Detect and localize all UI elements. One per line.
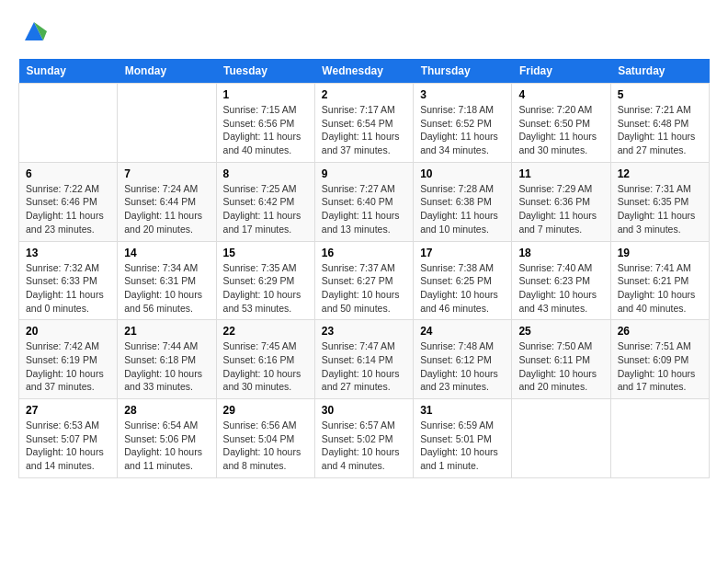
day-number: 18 [518, 247, 603, 259]
day-info: Sunrise: 7:27 AMSunset: 6:40 PMDaylight:… [322, 182, 406, 236]
day-number: 15 [223, 247, 308, 259]
day-number: 11 [518, 167, 603, 180]
day-cell [118, 84, 216, 163]
day-cell: 1Sunrise: 7:15 AMSunset: 6:56 PMDaylight… [216, 84, 314, 163]
col-header-wednesday: Wednesday [314, 59, 413, 84]
logo [18, 18, 47, 44]
day-info: Sunrise: 7:29 AMSunset: 6:36 PMDaylight:… [518, 182, 603, 236]
day-info: Sunrise: 7:32 AMSunset: 6:33 PMDaylight:… [26, 261, 110, 316]
day-info: Sunrise: 6:56 AMSunset: 5:04 PMDaylight:… [223, 419, 308, 473]
day-info: Sunrise: 7:15 AMSunset: 6:56 PMDaylight:… [223, 103, 308, 157]
day-number: 27 [26, 404, 110, 417]
day-cell [19, 84, 118, 163]
day-number: 5 [618, 88, 702, 101]
day-info: Sunrise: 7:51 AMSunset: 6:09 PMDaylight:… [618, 339, 702, 394]
col-header-tuesday: Tuesday [216, 59, 314, 84]
week-row-1: 1Sunrise: 7:15 AMSunset: 6:56 PMDaylight… [19, 84, 710, 163]
day-number: 19 [618, 247, 702, 259]
day-cell: 4Sunrise: 7:20 AMSunset: 6:50 PMDaylight… [512, 84, 610, 163]
day-info: Sunrise: 7:17 AMSunset: 6:54 PMDaylight:… [322, 103, 406, 157]
day-cell: 17Sunrise: 7:38 AMSunset: 6:25 PMDayligh… [414, 241, 512, 320]
week-row-3: 13Sunrise: 7:32 AMSunset: 6:33 PMDayligh… [19, 241, 710, 320]
day-cell: 30Sunrise: 6:57 AMSunset: 5:02 PMDayligh… [314, 399, 413, 478]
header-row: SundayMondayTuesdayWednesdayThursdayFrid… [19, 59, 710, 84]
day-cell: 7Sunrise: 7:24 AMSunset: 6:44 PMDaylight… [118, 162, 216, 241]
day-info: Sunrise: 7:24 AMSunset: 6:44 PMDaylight:… [124, 182, 209, 236]
day-cell: 8Sunrise: 7:25 AMSunset: 6:42 PMDaylight… [216, 162, 314, 241]
day-number: 24 [420, 325, 505, 338]
day-info: Sunrise: 7:40 AMSunset: 6:23 PMDaylight:… [518, 261, 603, 316]
week-row-4: 20Sunrise: 7:42 AMSunset: 6:19 PMDayligh… [19, 320, 710, 399]
day-info: Sunrise: 7:45 AMSunset: 6:16 PMDaylight:… [223, 339, 308, 394]
calendar-table: SundayMondayTuesdayWednesdayThursdayFrid… [18, 59, 710, 478]
day-number: 25 [518, 325, 603, 338]
day-cell: 19Sunrise: 7:41 AMSunset: 6:21 PMDayligh… [610, 241, 709, 320]
col-header-friday: Friday [512, 59, 610, 84]
day-number: 8 [223, 167, 308, 180]
day-cell: 14Sunrise: 7:34 AMSunset: 6:31 PMDayligh… [118, 241, 216, 320]
day-number: 6 [26, 167, 110, 180]
day-number: 16 [322, 247, 406, 259]
day-cell: 11Sunrise: 7:29 AMSunset: 6:36 PMDayligh… [512, 162, 610, 241]
day-number: 3 [420, 88, 505, 101]
day-number: 21 [124, 325, 209, 338]
day-info: Sunrise: 7:42 AMSunset: 6:19 PMDaylight:… [26, 339, 110, 394]
day-number: 12 [618, 167, 702, 180]
day-number: 29 [223, 404, 308, 417]
day-cell: 9Sunrise: 7:27 AMSunset: 6:40 PMDaylight… [314, 162, 413, 241]
day-info: Sunrise: 6:53 AMSunset: 5:07 PMDaylight:… [26, 419, 110, 473]
page-header [18, 18, 710, 44]
day-number: 9 [322, 167, 406, 180]
week-row-2: 6Sunrise: 7:22 AMSunset: 6:46 PMDaylight… [19, 162, 710, 241]
day-cell: 15Sunrise: 7:35 AMSunset: 6:29 PMDayligh… [216, 241, 314, 320]
day-cell: 28Sunrise: 6:54 AMSunset: 5:06 PMDayligh… [118, 399, 216, 478]
day-cell: 23Sunrise: 7:47 AMSunset: 6:14 PMDayligh… [314, 320, 413, 399]
day-cell: 26Sunrise: 7:51 AMSunset: 6:09 PMDayligh… [610, 320, 709, 399]
day-cell: 22Sunrise: 7:45 AMSunset: 6:16 PMDayligh… [216, 320, 314, 399]
logo-icon [21, 18, 47, 44]
day-info: Sunrise: 6:57 AMSunset: 5:02 PMDaylight:… [322, 419, 406, 473]
day-number: 31 [420, 404, 505, 417]
day-cell [512, 399, 610, 478]
day-info: Sunrise: 7:28 AMSunset: 6:38 PMDaylight:… [420, 182, 505, 236]
col-header-monday: Monday [118, 59, 216, 84]
day-number: 13 [26, 247, 110, 259]
day-info: Sunrise: 7:48 AMSunset: 6:12 PMDaylight:… [420, 339, 505, 394]
day-info: Sunrise: 7:50 AMSunset: 6:11 PMDaylight:… [518, 339, 603, 394]
day-number: 23 [322, 325, 406, 338]
day-number: 1 [223, 88, 308, 101]
day-info: Sunrise: 7:41 AMSunset: 6:21 PMDaylight:… [618, 261, 702, 316]
day-cell: 25Sunrise: 7:50 AMSunset: 6:11 PMDayligh… [512, 320, 610, 399]
day-info: Sunrise: 7:47 AMSunset: 6:14 PMDaylight:… [322, 339, 406, 394]
day-info: Sunrise: 7:38 AMSunset: 6:25 PMDaylight:… [420, 261, 505, 316]
day-info: Sunrise: 7:21 AMSunset: 6:48 PMDaylight:… [618, 103, 702, 157]
day-number: 20 [26, 325, 110, 338]
day-cell: 27Sunrise: 6:53 AMSunset: 5:07 PMDayligh… [19, 399, 118, 478]
day-number: 22 [223, 325, 308, 338]
day-cell: 13Sunrise: 7:32 AMSunset: 6:33 PMDayligh… [19, 241, 118, 320]
day-cell: 3Sunrise: 7:18 AMSunset: 6:52 PMDaylight… [414, 84, 512, 163]
col-header-sunday: Sunday [19, 59, 118, 84]
col-header-thursday: Thursday [414, 59, 512, 84]
day-cell: 18Sunrise: 7:40 AMSunset: 6:23 PMDayligh… [512, 241, 610, 320]
day-info: Sunrise: 7:31 AMSunset: 6:35 PMDaylight:… [618, 182, 702, 236]
day-cell: 21Sunrise: 7:44 AMSunset: 6:18 PMDayligh… [118, 320, 216, 399]
day-cell: 20Sunrise: 7:42 AMSunset: 6:19 PMDayligh… [19, 320, 118, 399]
day-number: 4 [518, 88, 603, 101]
day-number: 17 [420, 247, 505, 259]
week-row-5: 27Sunrise: 6:53 AMSunset: 5:07 PMDayligh… [19, 399, 710, 478]
day-info: Sunrise: 7:22 AMSunset: 6:46 PMDaylight:… [26, 182, 110, 236]
day-cell: 29Sunrise: 6:56 AMSunset: 5:04 PMDayligh… [216, 399, 314, 478]
day-cell: 6Sunrise: 7:22 AMSunset: 6:46 PMDaylight… [19, 162, 118, 241]
day-info: Sunrise: 7:37 AMSunset: 6:27 PMDaylight:… [322, 261, 406, 316]
day-number: 26 [618, 325, 702, 338]
day-number: 7 [124, 167, 209, 180]
day-number: 14 [124, 247, 209, 259]
day-cell [610, 399, 709, 478]
day-cell: 24Sunrise: 7:48 AMSunset: 6:12 PMDayligh… [414, 320, 512, 399]
day-number: 28 [124, 404, 209, 417]
day-info: Sunrise: 6:54 AMSunset: 5:06 PMDaylight:… [124, 419, 209, 473]
day-cell: 12Sunrise: 7:31 AMSunset: 6:35 PMDayligh… [610, 162, 709, 241]
day-info: Sunrise: 7:35 AMSunset: 6:29 PMDaylight:… [223, 261, 308, 316]
day-info: Sunrise: 6:59 AMSunset: 5:01 PMDaylight:… [420, 419, 505, 473]
